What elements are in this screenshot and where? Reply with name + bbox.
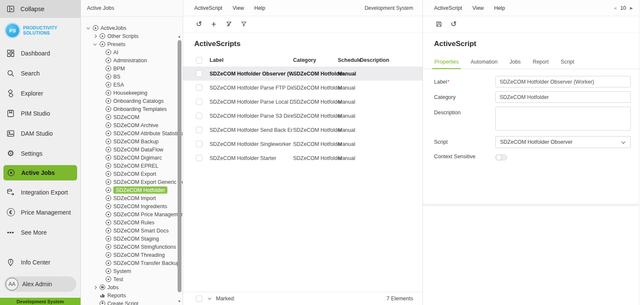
tree-item-sdzecom-threading[interactable]: + SDZeCOM Threading [81,251,183,259]
scroll-up-icon[interactable]: ▲ [178,35,181,39]
tree-item-sdzecom-attribute-statistics[interactable]: + SDZeCOM Attribute Statistics [81,129,183,137]
tree-item-sdzecom-eprel[interactable]: + SDZeCOM EPREL [81,162,183,170]
tree-item-sdzecom-export[interactable]: + SDZeCOM Export [81,170,183,178]
tree-item-sdzecom-backup[interactable]: + SDZeCOM Backup [81,137,183,145]
tab-report[interactable]: Report [532,57,549,69]
prev-arrow-icon[interactable]: ◀ [613,6,616,10]
row-checkbox[interactable] [196,84,202,91]
sidebar-item-see-more[interactable]: ••• See More [0,222,80,242]
tree-expand-chevron-icon[interactable] [93,285,97,289]
refresh-icon[interactable]: ↺ [449,20,458,29]
tree-item-sdzecom-rules[interactable]: + SDZeCOM Rules [81,218,183,227]
tree-item-sdzecom-hotfolder[interactable]: + SDZeCOM Hotfolder [81,186,183,194]
sidebar-item-info-center[interactable]: Info Center [0,252,80,272]
tree-scrollbar[interactable]: ▲ ▼ [177,35,182,304]
context-sensitive-toggle[interactable] [495,154,507,160]
description-field[interactable] [495,107,631,131]
table-row[interactable]: SDZeCOM Hotfolder Parse FTP Directory SD… [183,81,423,95]
sidebar-item-integration-export[interactable]: Integration Export [0,182,80,202]
sidebar-item-dam-studio[interactable]: DAM Studio [0,123,80,143]
tree-item-reports[interactable]: + Reports [81,291,183,299]
table-row[interactable]: SDZeCOM Hotfolder Parse Local Directory … [183,95,423,109]
collapse-button[interactable]: Collapse [0,0,80,18]
column-header-schedule[interactable]: Schedule [338,57,360,63]
filter-icon[interactable] [239,20,248,29]
tab-script[interactable]: Script [560,57,575,69]
sidebar-item-settings[interactable]: ⚙ Settings [0,143,80,163]
sidebar-item-search[interactable]: Search [0,63,80,83]
footer-checkbox[interactable] [196,296,202,302]
tree-item-sdzecom-dataflow[interactable]: + SDZeCOM DataFlow [81,145,183,154]
tree-item-onboarding-templates[interactable]: + Onboarding Templates [81,105,183,113]
tab-automation[interactable]: Automation [470,57,498,69]
tree-expand-chevron-icon[interactable] [86,26,90,29]
sidebar-item-pim-studio[interactable]: PIM Studio [0,103,80,123]
user-menu[interactable]: AA Alex Admin [4,276,76,292]
menu-activescript[interactable]: ActiveScript [194,5,222,11]
table-row[interactable]: SDZeCOM Hotfolder Send Back Errors SDZeC… [183,123,423,137]
tree-item-system[interactable]: + System [81,267,183,275]
scroll-down-icon[interactable]: ▼ [178,299,181,304]
tab-properties[interactable]: Properties [434,57,459,69]
filter-clear-icon[interactable] [224,20,233,29]
tree-item-onboarding-catalogs[interactable]: + Onboarding Catalogs [81,97,183,105]
tree-item-sdzecom-smart-docs[interactable]: + SDZeCOM Smart Docs [81,227,183,235]
column-header-label[interactable]: Label [210,57,293,63]
menu-activescript[interactable]: ActiveScript [434,5,462,11]
sidebar-item-price-management[interactable]: € Price Management [0,202,80,222]
tree-item-sdzecom-ingredients[interactable]: + SDZeCOM Ingredients [81,202,183,210]
script-select[interactable]: SDZeCOM Hotfolder Observer [495,136,631,148]
tree-item-esa[interactable]: + ESA [81,81,183,89]
tree-item-activejobs[interactable]: + ActiveJobs [81,24,183,32]
column-header-category[interactable]: Category [293,57,338,63]
tree-item-housekeeping[interactable]: + Housekeeping [81,89,183,97]
tree-item-other-scripts[interactable]: + Other Scripts [81,32,183,40]
column-header-description[interactable]: Description [360,57,413,63]
row-checkbox[interactable] [196,113,202,119]
next-arrow-icon[interactable]: ▶ [630,6,633,10]
tree-item-sdzecom-stringfunctions[interactable]: + SDZeCOM Stringfunctions [81,243,183,251]
tree-item-presets[interactable]: + Presets [81,40,183,48]
tree-item-ai[interactable]: + AI [81,48,183,56]
category-field[interactable] [495,91,631,103]
tab-jobs[interactable]: Jobs [509,57,521,69]
row-checkbox[interactable] [196,99,202,105]
scrollbar-thumb[interactable] [178,40,181,292]
label-field[interactable] [495,76,631,87]
tree-expand-chevron-icon[interactable] [93,42,97,45]
table-row[interactable]: SDZeCOM Hotfolder Observer (Worker) SDZe… [183,67,423,81]
menu-help[interactable]: Help [254,5,265,11]
tree-item-jobs[interactable]: + Jobs [81,283,183,291]
tree-item-bs[interactable]: + BS [81,73,183,81]
sidebar-item-dashboard[interactable]: Dashboard [0,43,80,63]
menu-view[interactable]: View [233,5,244,11]
add-icon[interactable]: + [209,20,218,29]
sidebar-item-active-jobs[interactable]: Active Jobs [3,165,77,180]
tree-item-sdzecom-price-management[interactable]: + SDZeCOM Price Management [81,210,183,218]
save-icon[interactable] [434,20,443,29]
tree-item-sdzecom[interactable]: + SDZeCOM [81,113,183,121]
sidebar-item-explorer[interactable]: Explorer [0,83,80,103]
tree-item-create-script[interactable]: + Create Script [81,299,183,305]
tree-item-sdzecom-export-generic-docs[interactable]: + SDZeCOM Export Generic Docs [81,178,183,186]
tree-item-sdzecom-import[interactable]: + SDZeCOM Import [81,194,183,202]
tree-item-test[interactable]: + Test [81,275,183,283]
detail-scrollbar-track[interactable] [639,0,644,305]
tree-item-sdzecom-staging[interactable]: + SDZeCOM Staging [81,235,183,243]
tree-item-sdzecom-archive[interactable]: + SDZeCOM Archive [81,121,183,129]
tree-item-administration[interactable]: + Administration [81,56,183,64]
row-checkbox[interactable] [196,155,202,161]
row-checkbox[interactable] [196,141,202,147]
tree-item-sdzecom-digimarc[interactable]: + SDZeCOM Digimarc [81,154,183,162]
menu-view[interactable]: View [472,5,484,11]
tree-expand-chevron-icon[interactable] [93,34,97,38]
chevron-down-icon[interactable] [208,296,211,299]
tree-item-bpm[interactable]: + BPM [81,64,183,73]
refresh-icon[interactable]: ↺ [194,20,204,29]
table-row[interactable]: SDZeCOM Hotfolder Starter SDZeCOM Hotfol… [183,151,423,165]
select-all-checkbox[interactable] [196,57,202,64]
menu-help[interactable]: Help [494,5,505,11]
tree-item-sdzecom-transfer-backup[interactable]: + SDZeCOM Transfer Backup [81,259,183,267]
row-checkbox[interactable] [196,70,202,77]
row-checkbox[interactable] [196,127,202,133]
